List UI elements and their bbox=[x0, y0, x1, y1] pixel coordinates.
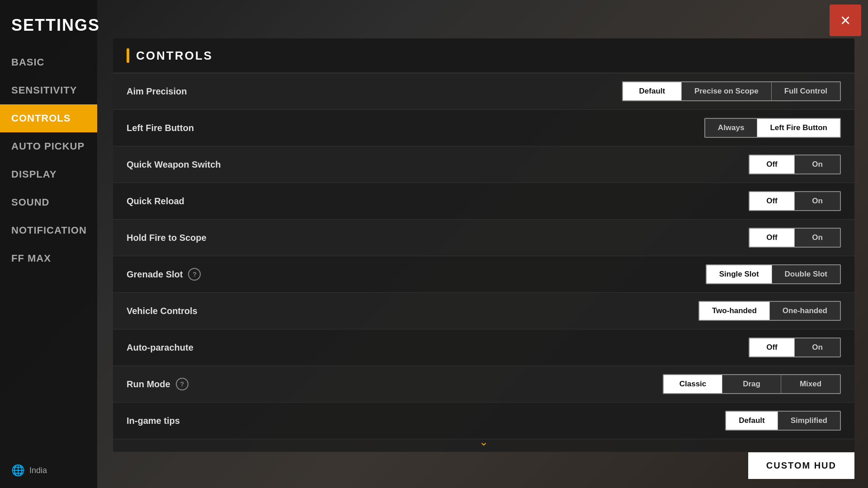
close-button[interactable]: × bbox=[830, 5, 861, 36]
aim-precision-precise-btn[interactable]: Precise on Scope bbox=[682, 82, 772, 100]
vehicle-label: Vehicle Controls bbox=[127, 306, 698, 316]
close-icon: × bbox=[840, 12, 850, 29]
globe-icon: 🌐 bbox=[11, 464, 25, 477]
ingame-tips-toggle: Default Simplified bbox=[725, 411, 841, 431]
ingame-tips-default-btn[interactable]: Default bbox=[726, 412, 778, 430]
quick-weapon-off-btn[interactable]: Off bbox=[750, 155, 795, 174]
setting-row-vehicle: Vehicle Controls Two-handed One-handed bbox=[113, 293, 854, 329]
parachute-off-btn[interactable]: Off bbox=[750, 338, 795, 357]
region-label: India bbox=[29, 466, 47, 475]
grenade-label: Grenade Slot ? bbox=[127, 268, 706, 281]
sidebar: SETTINGS BASIC SENSITIVITY CONTROLS AUTO… bbox=[0, 0, 97, 488]
quick-weapon-toggle: Off On bbox=[749, 155, 841, 174]
quick-reload-label: Quick Reload bbox=[127, 196, 749, 206]
section-title: CONTROLS bbox=[136, 49, 213, 63]
run-mode-drag-btn[interactable]: Drag bbox=[722, 375, 781, 393]
sidebar-item-auto-pickup[interactable]: AUTO PICKUP bbox=[0, 132, 97, 160]
sidebar-item-notification[interactable]: NOTIFICATION bbox=[0, 216, 97, 244]
sidebar-footer: 🌐 India bbox=[11, 464, 47, 477]
sidebar-item-sensitivity[interactable]: SENSITIVITY bbox=[0, 76, 97, 104]
run-mode-toggle: Classic Drag Mixed bbox=[663, 374, 841, 394]
settings-list: Aim Precision Default Precise on Scope F… bbox=[113, 73, 854, 439]
sidebar-item-ff-max[interactable]: FF MAX bbox=[0, 244, 97, 272]
quick-weapon-label: Quick Weapon Switch bbox=[127, 160, 749, 170]
grenade-toggle: Single Slot Double Slot bbox=[706, 264, 841, 284]
setting-row-hold-fire: Hold Fire to Scope Off On bbox=[113, 220, 854, 256]
grenade-single-btn[interactable]: Single Slot bbox=[707, 265, 772, 283]
run-mode-label: Run Mode ? bbox=[127, 378, 663, 390]
quick-weapon-on-btn[interactable]: On bbox=[795, 155, 840, 174]
quick-reload-on-btn[interactable]: On bbox=[795, 192, 840, 210]
ingame-tips-simplified-btn[interactable]: Simplified bbox=[778, 412, 840, 430]
setting-row-quick-weapon: Quick Weapon Switch Off On bbox=[113, 146, 854, 183]
custom-hud-button[interactable]: CUSTOM HUD bbox=[748, 452, 854, 479]
run-mode-classic-btn[interactable]: Classic bbox=[664, 375, 722, 393]
vehicle-two-handed-btn[interactable]: Two-handed bbox=[699, 302, 770, 320]
vehicle-one-handed-btn[interactable]: One-handed bbox=[770, 302, 840, 320]
aim-precision-default-btn[interactable]: Default bbox=[623, 82, 682, 100]
parachute-toggle: Off On bbox=[749, 338, 841, 357]
setting-row-run-mode: Run Mode ? Classic Drag Mixed bbox=[113, 366, 854, 403]
app-title: SETTINGS bbox=[0, 9, 97, 48]
aim-precision-full-btn[interactable]: Full Control bbox=[772, 82, 840, 100]
setting-row-left-fire: Left Fire Button Always Left Fire Button bbox=[113, 110, 854, 146]
quick-reload-toggle: Off On bbox=[749, 191, 841, 211]
setting-row-ingame-tips: In-game tips Default Simplified bbox=[113, 403, 854, 439]
sidebar-item-display[interactable]: DISPLAY bbox=[0, 160, 97, 188]
parachute-on-btn[interactable]: On bbox=[795, 338, 840, 357]
setting-row-parachute: Auto-parachute Off On bbox=[113, 329, 854, 366]
scroll-indicator: ⌄ bbox=[479, 436, 488, 448]
setting-row-quick-reload: Quick Reload Off On bbox=[113, 183, 854, 220]
parachute-label: Auto-parachute bbox=[127, 343, 749, 353]
run-mode-help-icon[interactable]: ? bbox=[176, 378, 189, 390]
hold-fire-off-btn[interactable]: Off bbox=[750, 229, 795, 247]
section-header: CONTROLS bbox=[113, 38, 854, 73]
sidebar-item-sound[interactable]: SOUND bbox=[0, 188, 97, 216]
aim-precision-toggle: Default Precise on Scope Full Control bbox=[622, 81, 841, 101]
setting-row-aim-precision: Aim Precision Default Precise on Scope F… bbox=[113, 73, 854, 110]
quick-reload-off-btn[interactable]: Off bbox=[750, 192, 795, 210]
run-mode-mixed-btn[interactable]: Mixed bbox=[781, 375, 840, 393]
left-fire-always-btn[interactable]: Always bbox=[705, 119, 758, 137]
hold-fire-on-btn[interactable]: On bbox=[795, 229, 840, 247]
aim-precision-label: Aim Precision bbox=[127, 86, 622, 97]
main-panel: CONTROLS Aim Precision Default Precise o… bbox=[113, 38, 854, 452]
left-fire-toggle: Always Left Fire Button bbox=[704, 118, 841, 138]
ingame-tips-label: In-game tips bbox=[127, 416, 725, 426]
hold-fire-toggle: Off On bbox=[749, 228, 841, 248]
left-fire-label: Left Fire Button bbox=[127, 123, 704, 133]
grenade-help-icon[interactable]: ? bbox=[188, 268, 201, 281]
hold-fire-label: Hold Fire to Scope bbox=[127, 233, 749, 243]
left-fire-button-btn[interactable]: Left Fire Button bbox=[757, 119, 840, 137]
vehicle-toggle: Two-handed One-handed bbox=[698, 301, 841, 321]
grenade-double-btn[interactable]: Double Slot bbox=[772, 265, 840, 283]
sidebar-item-controls[interactable]: CONTROLS bbox=[0, 104, 97, 132]
section-indicator bbox=[127, 48, 129, 63]
sidebar-item-basic[interactable]: BASIC bbox=[0, 48, 97, 76]
setting-row-grenade: Grenade Slot ? Single Slot Double Slot bbox=[113, 256, 854, 293]
